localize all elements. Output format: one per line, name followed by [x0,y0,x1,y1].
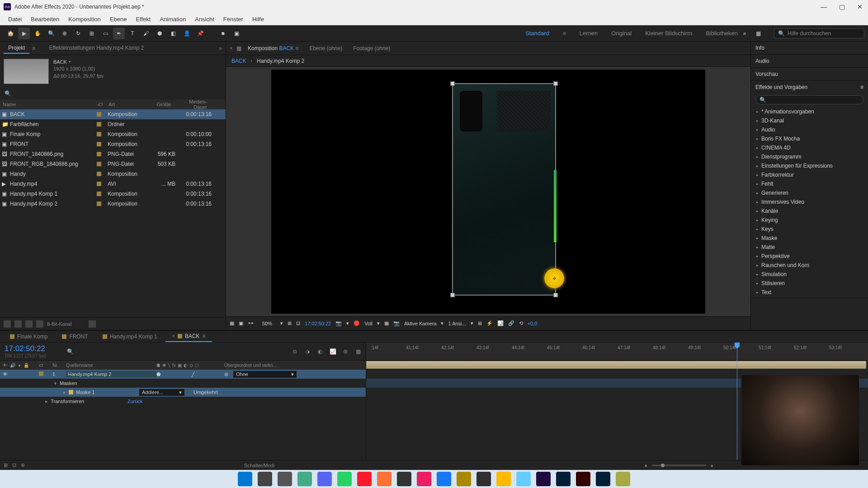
maximize-button[interactable]: ▢ [837,3,846,10]
pixel-aspect-icon[interactable]: ⊞ [478,320,482,326]
flowchart-icon[interactable]: 🔗 [508,320,514,326]
handle-tl[interactable] [450,81,455,86]
effect-category[interactable]: Generieren [751,188,868,197]
camera-tool[interactable]: ⊞ [86,28,98,39]
handle-tr[interactable] [553,81,558,86]
col-type[interactable]: Art [106,102,146,107]
project-item[interactable]: 📁Farbflächen Ordner [0,119,226,129]
taskbar-app1[interactable] [397,472,411,486]
zoom-tool[interactable]: 🔍 [45,28,57,39]
crumb-item[interactable]: Handy.mp4 Komp 2 [257,58,304,64]
fast-preview-icon[interactable]: ⚡ [486,320,493,326]
workspace-kleiner bildschirm[interactable]: Kleiner Bildschirm [645,30,692,37]
col-duration[interactable]: Medien-Dauer [174,99,210,110]
handle-br[interactable] [553,293,558,297]
grid-icon[interactable]: ⊞ [288,320,292,326]
project-item[interactable]: ▣Finale Komp Komposition 0:00:10:00 [0,129,226,139]
motion-blur-icon[interactable]: ◐ [316,347,324,356]
timeline-ruler[interactable]: :14f41:14f42:14f43:14f44:14f45:14f46:14f… [366,343,868,361]
timeline-tab[interactable]: FRONT [56,332,94,342]
project-item[interactable]: ▶Handy.mp4 AVI ... MB 0:00:13:16 [0,179,226,189]
mask-icon[interactable]: ▣ [239,320,243,326]
taskbar-ps[interactable] [556,472,571,486]
graph-icon[interactable]: 📈 [329,347,337,356]
project-item[interactable]: ▣FRONT Komposition 0:00:13:16 [0,139,226,149]
taskbar-search[interactable] [258,472,272,486]
toggle-modes-icon[interactable]: ⊡ [12,462,16,468]
close-button[interactable]: ✕ [855,3,864,10]
timeline-tab[interactable]: × BACK ≡ [165,331,212,342]
switches-modes-toggle[interactable]: Schalter/Modi [29,463,489,468]
interpret-icon[interactable] [4,320,11,328]
draft-icon[interactable]: ▦ [354,347,362,356]
mask-mode-dropdown[interactable]: Addiere...▾ [139,389,184,396]
menu-effekt[interactable]: Effekt [131,16,155,23]
timeline-layer-1[interactable]: 👁 1 Handy.mp4 Komp 2 ⬟╱ ⊚ Ohne▾ [0,370,366,379]
masks-group[interactable]: ▾Masken [0,379,366,388]
transform-group[interactable]: ▸ Transformieren Zurück [0,397,366,406]
mask-1[interactable]: ▸ Maske 1 Addiere...▾ Umgekehrt [0,388,366,397]
effect-category[interactable]: Keying [751,216,868,225]
fill-swatch[interactable]: ■ [217,28,229,39]
menu-fenster[interactable]: Fenster [219,16,248,23]
phone-layer[interactable]: ✥ [452,83,556,296]
effect-category[interactable]: Rauschen und Korn [751,261,868,270]
audio-panel-tab[interactable]: Audio [751,55,868,67]
3d-icon[interactable]: 📷 [393,320,400,326]
info-panel-tab[interactable]: Info [751,42,868,54]
effect-category[interactable]: Perspektive [751,252,868,261]
selection-tool[interactable]: ▶ [18,28,30,39]
help-search[interactable]: 🔍 Hilfe durchsuchen [774,28,864,38]
project-tab[interactable]: Projekt [4,43,29,54]
effect-category[interactable]: Maske [751,234,868,243]
project-item[interactable]: ▣Handy.mp4 Komp 1 Komposition 0:00:13:16 [0,189,226,199]
project-item[interactable]: ▣Handy Komposition [0,169,226,179]
timeline-tab[interactable]: Finale Komp [4,332,54,342]
rect-tool[interactable]: ▭ [99,28,111,39]
project-item[interactable]: ▣Handy.mp4 Komp 2 Komposition 0:00:13:16 [0,199,226,209]
exposure-value[interactable]: +0,0 [528,321,538,326]
effects-panel-tab[interactable]: Effekte und Vorgaben≡ [751,81,868,94]
menu-komposition[interactable]: Komposition [64,16,105,23]
effect-category[interactable]: Dienstprogramm [751,152,868,161]
taskbar-whatsapp[interactable] [337,472,352,486]
workspace-more-icon[interactable]: » [739,28,750,39]
effect-category[interactable]: Kanäle [751,206,868,216]
effect-category[interactable]: Fehlt [751,179,868,188]
effect-category[interactable]: Farbkorrektur [751,170,868,179]
effect-category[interactable]: 3D-Kanal [751,116,868,125]
taskbar-messenger[interactable] [417,472,431,486]
effect-settings-tab[interactable]: Effekteinstellungen Handy.mp4 Komp 2 [44,43,148,54]
col-name[interactable]: Name [0,102,95,107]
comp-tab[interactable]: Footage (ohne) [349,43,395,53]
zoom-in-icon[interactable]: ▴ [711,462,713,468]
rotate-tool[interactable]: ↻ [72,28,84,39]
taskbar-notepad[interactable] [516,472,531,486]
taskbar-lr[interactable] [596,472,610,486]
effects-search[interactable]: 🔍 [755,95,863,104]
channel-icon[interactable]: 🔴 [354,320,360,326]
taskbar-explorer[interactable] [297,472,312,486]
hand-tool[interactable]: ✋ [32,28,43,39]
col-tag[interactable]: 🏷 [95,102,106,107]
mask-invert[interactable]: Umgekehrt [193,389,218,395]
transform-reset[interactable]: Zurück [127,399,143,404]
comp-tab[interactable]: Ebene (ohne) [305,43,347,53]
menu-ebene[interactable]: Ebene [105,16,132,23]
panel-menu-icon[interactable]: » [219,45,222,52]
comp-tab[interactable]: Komposition BACK ≡ [243,43,303,53]
taskbar-folder[interactable] [496,472,511,486]
menu-animation[interactable]: Animation [155,16,190,23]
viewer-timecode[interactable]: 17:02:50:22 [305,321,331,326]
project-item[interactable]: 🖼FRONT_1840886.png PNG-Datei 596 KB [0,149,226,159]
layer-clip[interactable] [366,361,866,369]
workspace-original[interactable]: Original [611,30,632,37]
project-item[interactable]: 🖼FRONT_RGB_1840886.png PNG-Datei 503 KB [0,159,226,169]
taskbar-facebook[interactable] [437,472,451,486]
col-size[interactable]: Größe [146,102,174,107]
crumb-back[interactable]: BACK [231,58,246,64]
taskbar-firefox[interactable] [377,472,392,486]
camera-dropdown[interactable]: Aktive Kamera [404,321,437,326]
puppet-tool[interactable]: 📌 [194,28,206,39]
frame-blend-icon[interactable]: ⬗ [303,347,311,356]
